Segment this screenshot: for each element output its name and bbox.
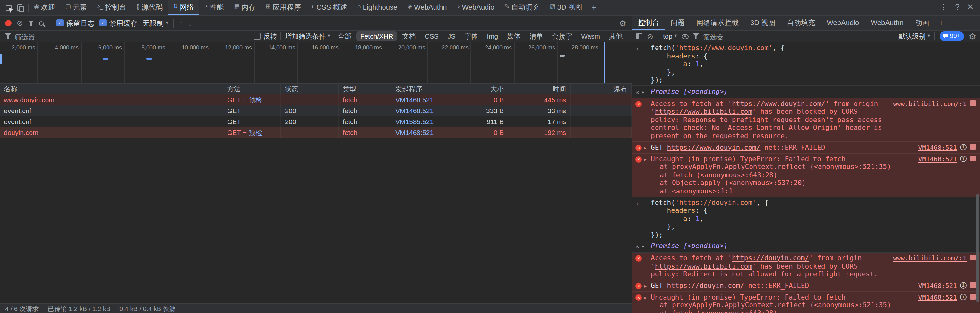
tab-memory[interactable]: ▦内存 bbox=[229, 0, 261, 16]
help-icon[interactable]: ? bbox=[955, 3, 959, 13]
filter-pill-[interactable]: 文档 bbox=[399, 31, 420, 41]
filter-pill-wasm[interactable]: Wasm bbox=[577, 31, 604, 41]
filter-pill-img[interactable]: Img bbox=[483, 31, 502, 41]
console-link[interactable]: https://douyin.com/ bbox=[732, 254, 809, 262]
preflight-link[interactable]: 预检 bbox=[249, 129, 262, 136]
tab-css-overview[interactable]: ◐CSS 概述 bbox=[306, 0, 352, 16]
log-level-select[interactable]: 默认级别 ▾ bbox=[899, 32, 930, 40]
drawer-more-tabs-button[interactable]: + bbox=[935, 18, 948, 29]
device-toolbar-icon[interactable] bbox=[18, 5, 22, 11]
drawer-tab-autofill[interactable]: 自动填充 bbox=[781, 16, 821, 30]
filter-pill-[interactable]: 媒体 bbox=[503, 31, 524, 41]
more-filters-select[interactable]: 增加筛选条件 ▾ bbox=[285, 32, 330, 40]
initiator-link[interactable]: VM1468:521 bbox=[395, 107, 434, 114]
tab-autofill[interactable]: ✎自动填充 bbox=[500, 0, 545, 16]
source-location-link[interactable]: www.bilibili.com/:1 bbox=[893, 100, 967, 108]
expand-triangle-icon[interactable]: ▸ bbox=[641, 88, 645, 96]
drawer-tab-network-request-blocking[interactable]: 网络请求拦截 bbox=[690, 16, 745, 30]
inspect-element-icon[interactable] bbox=[6, 5, 11, 11]
column-header-status[interactable]: 状态 bbox=[281, 83, 339, 94]
network-settings-gear-icon[interactable]: ⚙ bbox=[619, 19, 626, 27]
console-link[interactable]: https://www.bilibili.com bbox=[655, 107, 752, 115]
ai-chat-icon[interactable] bbox=[970, 144, 976, 149]
export-har-icon[interactable]: ↓ bbox=[188, 19, 192, 27]
tab-welcome[interactable]: ◉欢迎 bbox=[29, 0, 60, 16]
import-har-icon[interactable]: ↑ bbox=[179, 19, 183, 27]
expand-triangle-icon[interactable]: ▸ bbox=[641, 243, 645, 250]
drawer-tab-webaudio[interactable]: WebAudio bbox=[821, 16, 865, 30]
timeline-selection-handle[interactable] bbox=[0, 54, 2, 64]
ai-chat-icon[interactable] bbox=[970, 155, 976, 161]
more-options-icon[interactable]: ⋮ bbox=[940, 3, 948, 13]
network-request-row[interactable]: www.douyin.comGET + 预检fetchVM1468:5210 B… bbox=[0, 94, 632, 105]
drawer-tab-webauthn[interactable]: WebAuthn bbox=[865, 16, 909, 30]
source-location-link[interactable]: VM1468:521 bbox=[918, 282, 957, 290]
console-settings-gear-icon[interactable]: ⚙ bbox=[969, 32, 976, 40]
info-icon[interactable]: i bbox=[960, 155, 967, 162]
drawer-tab-console[interactable]: 控制台 bbox=[632, 16, 665, 30]
search-icon[interactable] bbox=[39, 21, 44, 26]
filter-pill-[interactable]: 字体 bbox=[460, 31, 482, 41]
close-icon[interactable]: ✕ bbox=[967, 3, 974, 13]
tab-lighthouse[interactable]: ⌂Lighthouse bbox=[352, 0, 403, 16]
more-tabs-button[interactable]: + bbox=[587, 2, 600, 13]
ai-chat-icon[interactable] bbox=[970, 100, 976, 106]
network-filter-input[interactable] bbox=[15, 32, 250, 40]
source-location-link[interactable]: www.bilibili.com/:1 bbox=[893, 254, 967, 262]
column-header-waterfall[interactable]: 瀑布 bbox=[571, 83, 632, 94]
console-link[interactable]: https://douyin.com/ bbox=[667, 281, 744, 289]
expand-triangle-icon[interactable]: ▸ bbox=[644, 155, 647, 163]
throttling-select[interactable]: 无限制 ▾ bbox=[143, 19, 168, 28]
column-header-time[interactable]: 时间 bbox=[508, 83, 571, 94]
console-filter-input[interactable] bbox=[703, 32, 799, 40]
filter-pill-[interactable]: 其他 bbox=[605, 31, 626, 41]
tab-application[interactable]: ⊞应用程序 bbox=[261, 0, 306, 16]
source-location-link[interactable]: VM1468:521 bbox=[918, 144, 957, 151]
initiator-link[interactable]: VM1468:521 bbox=[395, 129, 434, 136]
info-icon[interactable]: i bbox=[960, 294, 967, 300]
tab-sources[interactable]: {}源代码 bbox=[131, 0, 168, 16]
invert-checkbox[interactable]: 反转 bbox=[254, 32, 277, 40]
ai-chat-icon[interactable] bbox=[970, 254, 976, 260]
column-header-size[interactable]: 大小 bbox=[449, 83, 508, 94]
clear-network-log-icon[interactable]: ⊘ bbox=[17, 19, 23, 27]
tab-performance[interactable]: ◔性能 bbox=[199, 0, 229, 16]
expand-triangle-icon[interactable]: ▸ bbox=[644, 282, 647, 290]
network-timeline[interactable]: 2,000 ms4,000 ms6,000 ms8,000 ms10,000 m… bbox=[0, 42, 632, 83]
initiator-link[interactable]: VM1468:521 bbox=[395, 96, 434, 104]
drawer-tab-issues[interactable]: 问题 bbox=[665, 16, 690, 30]
expand-triangle-icon[interactable]: ▸ bbox=[644, 144, 647, 151]
filter-pill-js[interactable]: JS bbox=[444, 31, 460, 41]
clear-console-icon[interactable]: ⊘ bbox=[647, 32, 653, 40]
column-header-initiator[interactable]: 发起程序 bbox=[391, 83, 449, 94]
network-request-row[interactable]: douyin.comGET + 预检fetchVM1468:5210 B192 … bbox=[0, 127, 632, 138]
filter-pill-[interactable]: 套接字 bbox=[548, 31, 576, 41]
console-link[interactable]: https://www.bilibili.com bbox=[655, 262, 752, 270]
record-button[interactable] bbox=[5, 20, 11, 26]
issues-badge[interactable]: 99+ bbox=[940, 32, 964, 41]
ai-chat-icon[interactable] bbox=[970, 294, 976, 300]
column-header-type[interactable]: 类型 bbox=[339, 83, 391, 94]
console-sidebar-toggle-icon[interactable] bbox=[636, 34, 643, 39]
tab-network[interactable]: ⇅网络 bbox=[168, 0, 199, 16]
live-expression-eye-icon[interactable] bbox=[681, 34, 688, 39]
preserve-log-checkbox[interactable]: 保留日志 bbox=[56, 19, 94, 28]
filter-pill-css[interactable]: CSS bbox=[421, 31, 442, 41]
filter-pill-[interactable]: 清单 bbox=[526, 31, 547, 41]
info-icon[interactable]: i bbox=[960, 144, 967, 150]
source-location-link[interactable]: VM1468:521 bbox=[918, 294, 957, 302]
filter-toggle-icon[interactable] bbox=[28, 20, 34, 26]
tab-console[interactable]: >_控制台 bbox=[92, 0, 132, 16]
tab-webaudio[interactable]: ♪WebAudio bbox=[452, 0, 499, 16]
filter-pill-[interactable]: 全部 bbox=[334, 31, 355, 41]
console-link[interactable]: https://www.douyin.com/ bbox=[732, 99, 825, 107]
console-scrollbar[interactable] bbox=[976, 194, 979, 302]
expand-triangle-icon[interactable]: ▸ bbox=[644, 294, 647, 302]
tab-3d-view[interactable]: ▧3D 视图 bbox=[545, 0, 587, 16]
disable-cache-checkbox[interactable]: 禁用缓存 bbox=[99, 19, 137, 28]
execution-context-select[interactable]: top ▾ bbox=[663, 32, 677, 40]
tab-elements[interactable]: ▢元素 bbox=[60, 0, 92, 16]
preflight-link[interactable]: 预检 bbox=[249, 96, 262, 104]
tab-webauthn[interactable]: ◈WebAuthn bbox=[402, 0, 452, 16]
filter-pill-fetch-xhr[interactable]: Fetch/XHR bbox=[356, 31, 397, 41]
